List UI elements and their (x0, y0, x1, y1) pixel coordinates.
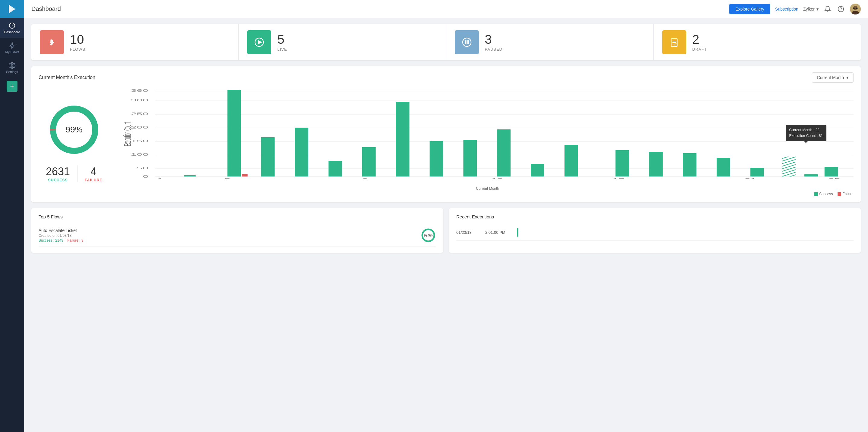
sidebar-item-settings[interactable]: Settings (0, 58, 24, 78)
svg-rect-58 (650, 152, 663, 176)
live-info: 5 LIVE (277, 33, 287, 52)
svg-rect-46 (242, 174, 248, 176)
draft-info: 2 DRAFT (692, 33, 707, 52)
stat-card-paused[interactable]: 3 PAUSED (446, 24, 654, 60)
svg-rect-53 (464, 140, 477, 176)
recent-executions-card: Recent Executions 01/23/18 2:01:00 PM (449, 208, 861, 253)
donut-section: 99% 2631 SUCCESS 4 FAILURE (38, 103, 110, 182)
svg-rect-55 (531, 164, 545, 176)
user-menu[interactable]: Zylker ▾ (803, 7, 818, 11)
svg-rect-45 (227, 90, 241, 176)
page-title: Dashboard (31, 5, 724, 12)
chevron-down-icon: ▾ (846, 75, 848, 80)
svg-rect-57 (616, 150, 629, 176)
draft-icon (662, 30, 686, 54)
svg-rect-64 (825, 167, 838, 176)
svg-text:Execution Count: Execution Count (121, 122, 133, 146)
top5-flows-card: Top 5 Flows Auto Escalate Ticket Created… (31, 208, 443, 253)
explore-gallery-button[interactable]: Explore Gallery (730, 4, 770, 14)
bar-chart-wrapper: 360 300 250 200 150 100 50 0 Execution C… (121, 89, 854, 185)
svg-rect-16 (467, 40, 469, 44)
failure-legend-label: Failure (842, 192, 854, 196)
chart-title: Current Month's Execution (38, 75, 95, 80)
svg-rect-73 (814, 192, 818, 196)
live-label: LIVE (277, 47, 287, 52)
add-button[interactable]: + (7, 81, 18, 92)
stat-counts: 2631 SUCCESS 4 FAILURE (38, 165, 110, 182)
flow-success: Success : 2149 (38, 238, 63, 242)
svg-rect-62 (782, 156, 796, 176)
draft-number: 2 (692, 33, 707, 46)
svg-rect-54 (497, 129, 511, 176)
exec-date: 01/23/18 (456, 230, 480, 235)
dashboard-icon (9, 22, 16, 29)
subscription-link[interactable]: Subscription (775, 7, 798, 11)
paused-info: 3 PAUSED (485, 33, 503, 52)
stat-card-live[interactable]: 5 LIVE (239, 24, 446, 60)
chevron-down-icon: ▾ (816, 7, 818, 11)
svg-text:50: 50 (137, 166, 149, 170)
bar-chart-section: 360 300 250 200 150 100 50 0 Execution C… (121, 89, 854, 196)
svg-rect-48 (295, 127, 309, 176)
notification-icon[interactable] (824, 5, 832, 13)
failure-label: FAILURE (85, 178, 102, 182)
svg-text:300: 300 (131, 98, 149, 102)
failure-count: 4 FAILURE (78, 165, 110, 182)
svg-rect-50 (362, 147, 376, 176)
sidebar-item-dashboard[interactable]: Dashboard (0, 18, 24, 38)
paused-number: 3 (485, 33, 503, 46)
mini-donut: 99.9% (421, 228, 436, 243)
paused-icon (455, 30, 479, 54)
svg-rect-47 (261, 137, 275, 176)
success-label: SUCCESS (46, 178, 70, 182)
sidebar-logo[interactable] (0, 0, 24, 18)
live-number: 5 (277, 33, 287, 46)
chart-legend: Success Failure (121, 192, 854, 196)
svg-text:13: 13 (491, 178, 503, 179)
mini-donut-label: 99.9% (424, 234, 433, 237)
flows-info: 10 FLOWS (70, 33, 85, 52)
svg-point-14 (463, 38, 471, 47)
chart-header: Current Month's Execution Current Month … (38, 73, 854, 83)
donut-chart: 99% (47, 103, 101, 157)
bottom-row: Top 5 Flows Auto Escalate Ticket Created… (31, 208, 861, 253)
svg-marker-13 (258, 40, 262, 44)
flow-item[interactable]: Auto Escalate Ticket Created on 01/03/18… (38, 224, 436, 247)
avatar[interactable] (850, 4, 861, 15)
success-count: 2631 SUCCESS (38, 165, 78, 182)
stat-card-flows[interactable]: 10 FLOWS (31, 24, 239, 60)
svg-text:1: 1 (157, 178, 163, 179)
recent-title: Recent Executions (456, 214, 854, 219)
flows-label: FLOWS (70, 47, 85, 52)
main-area: Dashboard Explore Gallery Subscription Z… (24, 0, 868, 432)
failure-legend: Failure (838, 192, 854, 196)
success-legend: Success (814, 192, 833, 196)
top5-title: Top 5 Flows (38, 214, 436, 219)
content-area: 10 FLOWS 5 LIVE (24, 18, 868, 432)
flows-icon (40, 30, 64, 54)
svg-rect-15 (465, 40, 467, 44)
header: Dashboard Explore Gallery Subscription Z… (24, 0, 868, 18)
svg-rect-59 (683, 153, 696, 176)
svg-text:25: 25 (829, 178, 840, 179)
success-number: 2631 (46, 165, 70, 178)
flows-number: 10 (70, 33, 85, 46)
svg-text:250: 250 (131, 112, 149, 116)
flow-stats: Success : 2149 Failure : 3 (38, 238, 84, 242)
sidebar-item-myflows[interactable]: My Flows (0, 38, 24, 58)
donut-percentage: 99% (66, 125, 83, 135)
exec-row[interactable]: 01/23/18 2:01:00 PM (456, 224, 854, 241)
period-dropdown[interactable]: Current Month ▾ (812, 73, 854, 83)
help-icon[interactable] (837, 5, 845, 13)
svg-rect-49 (329, 161, 342, 176)
svg-rect-56 (564, 145, 578, 176)
svg-rect-9 (853, 7, 855, 9)
flow-failure: Failure : 3 (67, 238, 83, 242)
stat-card-draft[interactable]: 2 DRAFT (654, 24, 861, 60)
execution-chart-section: Current Month's Execution Current Month … (31, 66, 861, 202)
bar-chart-svg: 360 300 250 200 150 100 50 0 Execution C… (121, 89, 854, 179)
flow-created: Created on 01/03/18 (38, 233, 84, 238)
svg-rect-44 (184, 175, 195, 176)
flow-details: Auto Escalate Ticket Created on 01/03/18… (38, 228, 84, 242)
svg-rect-10 (856, 7, 858, 9)
